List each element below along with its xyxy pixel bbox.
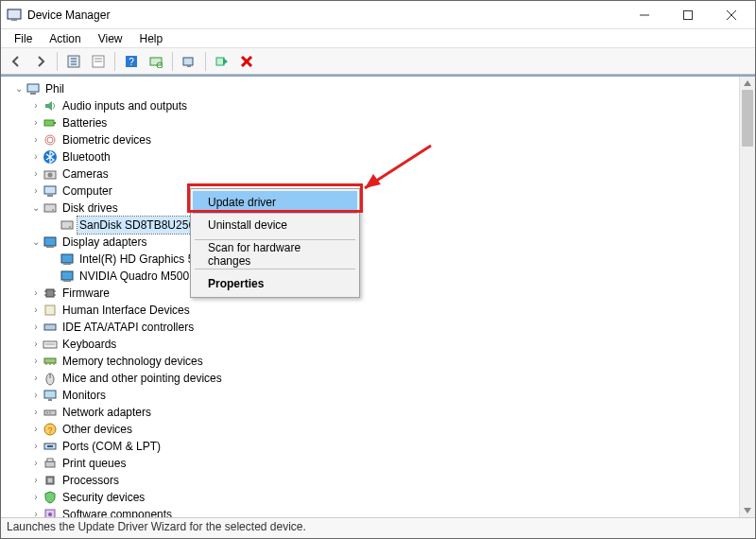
tree-root[interactable]: ⌄Phil	[1, 80, 739, 97]
ctx-scan-hardware[interactable]: Scan for hardware changes	[193, 243, 357, 266]
tree-category-mice[interactable]: ›Mice and other pointing devices	[1, 370, 739, 387]
svg-rect-22	[27, 84, 39, 92]
expander-icon[interactable]: ›	[29, 472, 43, 489]
expander-icon[interactable]: ›	[29, 114, 43, 131]
svg-rect-17	[183, 58, 193, 65]
minimize-button[interactable]	[623, 1, 666, 29]
svg-point-34	[52, 209, 54, 211]
expander-icon[interactable]: ›	[29, 370, 43, 387]
svg-rect-70	[48, 478, 52, 482]
other-icon: ?	[43, 422, 58, 437]
menu-help[interactable]: Help	[132, 31, 171, 46]
status-bar: Launches the Update Driver Wizard for th…	[1, 517, 755, 538]
expander-icon[interactable]: ›	[29, 438, 43, 455]
expander-icon[interactable]: ›	[29, 336, 43, 353]
uninstall-device-button[interactable]	[235, 51, 258, 72]
gpu-icon	[60, 252, 75, 267]
expander-icon[interactable]: ›	[29, 302, 43, 319]
maximize-button[interactable]	[666, 1, 710, 29]
device-tree[interactable]: ⌄Phil›Audio inputs and outputs›Batteries…	[1, 77, 739, 517]
scroll-down-arrow[interactable]	[740, 504, 755, 517]
show-hide-tree-button[interactable]	[62, 51, 85, 72]
tree-item-label: Display adapters	[60, 234, 148, 251]
properties-button[interactable]	[87, 51, 110, 72]
expander-icon[interactable]: ›	[29, 148, 43, 165]
expander-icon[interactable]: ›	[29, 489, 43, 506]
tree-category-memtech[interactable]: ›Memory technology devices	[1, 353, 739, 370]
tree-category-biometric[interactable]: ›Biometric devices	[1, 131, 739, 148]
scan-hardware-button[interactable]	[145, 51, 167, 72]
monitor-icon	[43, 388, 58, 403]
tree-category-disks[interactable]: ⌄Disk drives	[1, 200, 739, 217]
tree-item-label: Biometric devices	[60, 131, 153, 148]
tree-category-computer[interactable]: ›Computer	[1, 183, 739, 200]
expander-icon[interactable]: ⌄	[29, 200, 43, 217]
tree-category-monitors[interactable]: ›Monitors	[1, 387, 739, 404]
help-button[interactable]: ?	[120, 51, 143, 72]
tree-category-ports[interactable]: ›Ports (COM & LPT)	[1, 438, 739, 455]
tree-category-display[interactable]: ⌄Display adapters	[1, 234, 739, 251]
expander-icon[interactable]: ›	[29, 285, 43, 302]
tree-category-network[interactable]: ›Network adapters	[1, 404, 739, 421]
tree-category-ide[interactable]: ›IDE ATA/ATAPI controllers	[1, 319, 739, 336]
expander-icon[interactable]: ›	[29, 404, 43, 421]
menu-action[interactable]: Action	[42, 31, 88, 46]
vertical-scrollbar[interactable]	[739, 77, 755, 517]
expander-icon[interactable]: ›	[29, 319, 43, 336]
update-driver-button[interactable]	[178, 51, 200, 72]
tree-category-security[interactable]: ›Security devices	[1, 489, 739, 506]
menu-file[interactable]: File	[7, 31, 40, 46]
tree-category-hid[interactable]: ›Human Interface Devices	[1, 302, 739, 319]
forward-button[interactable]	[29, 51, 52, 72]
tree-item-label: Monitors	[60, 387, 108, 404]
tree-device-intelhd[interactable]: Intel(R) HD Graphics 5...	[1, 251, 739, 268]
svg-rect-35	[61, 221, 73, 229]
expander-icon[interactable]: ›	[29, 165, 43, 183]
tree-category-firmware[interactable]: ›Firmware	[1, 285, 739, 302]
tree-category-batteries[interactable]: ›Batteries	[1, 114, 739, 131]
tree-item-label: Audio inputs and outputs	[60, 97, 189, 114]
tree-device-quadro[interactable]: NVIDIA Quadro M500...	[1, 268, 739, 285]
expander-icon[interactable]: ›	[29, 353, 43, 370]
ctx-uninstall-device[interactable]: Uninstall device	[193, 214, 357, 236]
ctx-update-driver[interactable]: Update driver	[193, 191, 357, 214]
expander-icon[interactable]: ›	[29, 183, 43, 200]
disk-icon	[60, 217, 75, 233]
shield-icon	[43, 490, 58, 505]
menubar: File Action View Help	[1, 29, 755, 48]
expander-icon[interactable]: ⌄	[12, 80, 26, 97]
fingerprint-icon	[43, 132, 58, 148]
computer-root-icon	[26, 81, 41, 96]
expander-icon[interactable]: ›	[29, 506, 43, 517]
scroll-thumb[interactable]	[742, 90, 753, 147]
expander-icon[interactable]: ›	[29, 387, 43, 404]
ctx-properties[interactable]: Properties	[193, 272, 357, 295]
tree-category-audio[interactable]: ›Audio inputs and outputs	[1, 97, 739, 114]
mouse-icon	[43, 371, 58, 386]
svg-rect-42	[63, 280, 71, 282]
expander-icon[interactable]: ›	[29, 97, 43, 114]
expander-icon[interactable]: ›	[29, 455, 43, 472]
tree-category-keyboards[interactable]: ›Keyboards	[1, 336, 739, 353]
ctx-separator	[195, 239, 355, 240]
tree-category-swcomp[interactable]: ›Software components	[1, 506, 739, 517]
svg-rect-43	[46, 289, 54, 297]
expander-icon[interactable]: ›	[29, 421, 43, 438]
enable-device-button[interactable]	[211, 51, 233, 72]
tree-device-sandisk[interactable]: SanDisk SD8TB8U256	[1, 217, 739, 234]
svg-text:?: ?	[47, 426, 52, 435]
expander-icon[interactable]: ⌄	[29, 234, 43, 251]
scroll-up-arrow[interactable]	[740, 77, 755, 90]
window-title: Device Manager	[27, 9, 110, 22]
svg-rect-19	[216, 58, 224, 65]
tree-category-printq[interactable]: ›Print queues	[1, 455, 739, 472]
expander-icon[interactable]: ›	[29, 131, 43, 148]
tree-category-processors[interactable]: ›Processors	[1, 472, 739, 489]
tree-category-bluetooth[interactable]: ›Bluetooth	[1, 148, 739, 165]
tree-category-cameras[interactable]: ›Cameras	[1, 165, 739, 183]
ctx-separator	[195, 269, 355, 270]
back-button[interactable]	[5, 51, 27, 72]
menu-view[interactable]: View	[91, 31, 130, 46]
tree-category-other[interactable]: ›?Other devices	[1, 421, 739, 438]
close-button[interactable]	[710, 1, 753, 29]
